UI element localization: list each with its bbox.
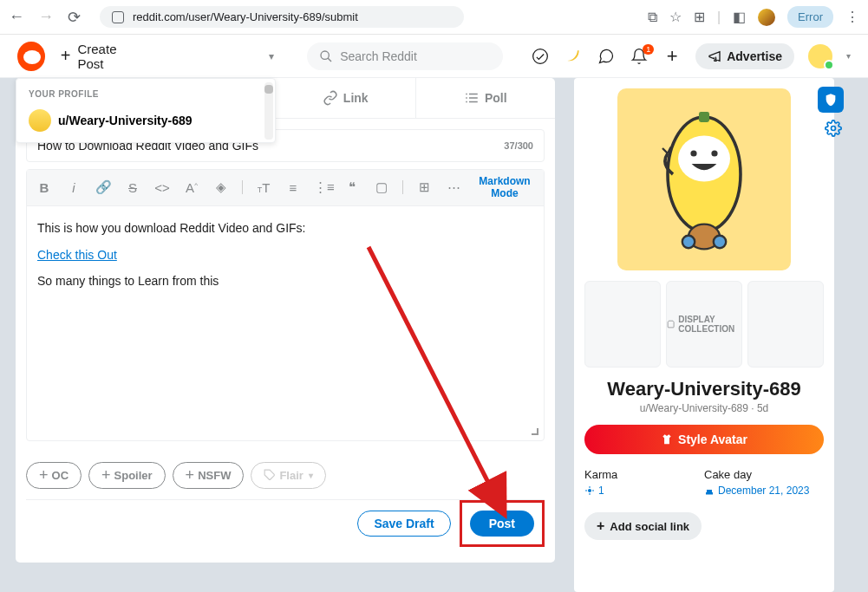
tab-poll[interactable]: Poll	[416, 78, 556, 118]
browser-chrome: ← → ⟳ reddit.com/user/Weary-University-6…	[0, 0, 868, 35]
inlinecode-button[interactable]: <>	[153, 180, 171, 195]
banana-icon[interactable]	[564, 47, 583, 66]
avatar-icon	[29, 109, 51, 132]
post-button-highlight: Post	[460, 500, 545, 547]
dropdown-scrollbar[interactable]	[264, 82, 273, 140]
search-placeholder: Search Reddit	[340, 49, 417, 63]
create-post-nav[interactable]: + Create Post	[61, 42, 140, 71]
address-bar[interactable]: reddit.com/user/Weary-University-689/sub…	[100, 6, 464, 28]
error-badge[interactable]: Error	[787, 6, 833, 28]
svg-point-17	[588, 489, 591, 492]
body-link[interactable]: Check this Out	[37, 248, 117, 262]
search-input[interactable]: Search Reddit	[307, 42, 503, 70]
collection-slot[interactable]	[584, 281, 661, 368]
more-button[interactable]: ⋯	[445, 179, 462, 195]
karma-value: 1	[584, 485, 704, 497]
reddit-header: + Create Post ▾ Search Reddit 1 + Advert…	[0, 35, 868, 78]
install-icon[interactable]: ⧉	[648, 10, 657, 25]
bullet-list-button[interactable]: ≡	[284, 180, 302, 195]
collection-row: DISPLAY COLLECTION	[584, 281, 824, 368]
back-button[interactable]: ←	[9, 8, 24, 26]
editor: B i 🔗 S <> A^ ◈ TT ≡ ⋮≡ ❝ ▢ ⊞	[26, 169, 545, 441]
editor-toolbar: B i 🔗 S <> A^ ◈ TT ≡ ⋮≡ ❝ ▢ ⊞	[27, 170, 544, 206]
dropdown-section-label: YOUR PROFILE	[22, 84, 270, 104]
nsfw-tag-button[interactable]: +NSFW	[173, 462, 245, 489]
cake-icon	[704, 485, 715, 496]
title-counter: 37/300	[504, 140, 533, 151]
username-handle: u/Weary-University-689 · 5d	[640, 402, 769, 414]
table-button[interactable]: ⊞	[415, 179, 433, 195]
display-collection-button[interactable]: DISPLAY COLLECTION	[666, 281, 742, 368]
notification-icon[interactable]: 1	[630, 47, 649, 66]
resize-handle[interactable]	[532, 428, 540, 437]
chat-icon[interactable]	[597, 47, 616, 66]
svg-point-10	[678, 136, 730, 182]
markdown-toggle[interactable]: Markdown Mode	[474, 175, 535, 200]
advertise-button[interactable]: Advertise	[695, 43, 794, 69]
link-icon	[323, 90, 338, 106]
spoiler-button[interactable]: ◈	[212, 179, 230, 195]
svg-point-12	[711, 150, 717, 156]
svg-point-2	[533, 49, 548, 63]
cakeday-value: December 21, 2023	[704, 485, 824, 497]
number-list-button[interactable]: ⋮≡	[314, 179, 331, 195]
browser-nav: ← → ⟳	[9, 8, 81, 27]
notif-count: 1	[643, 44, 654, 55]
site-info-icon[interactable]	[112, 11, 124, 23]
body-line-1: This is how you download Reddit Video an…	[37, 215, 533, 242]
dropdown-item-profile[interactable]: u/Weary-University-689	[22, 104, 270, 137]
link-button[interactable]: 🔗	[95, 179, 112, 195]
search-icon	[319, 49, 333, 63]
karma-icon	[584, 485, 595, 496]
bold-button[interactable]: B	[36, 180, 53, 195]
profile-avatar[interactable]	[758, 9, 775, 26]
settings-button[interactable]	[825, 120, 842, 141]
popular-icon[interactable]	[531, 47, 550, 66]
shirt-icon	[661, 433, 673, 446]
post-button[interactable]: Post	[470, 511, 534, 537]
strike-button[interactable]: S	[124, 180, 141, 195]
plus-icon: +	[61, 46, 71, 66]
svg-point-16	[714, 236, 726, 248]
flair-button[interactable]: Flair ▾	[251, 462, 325, 489]
add-social-link-button[interactable]: + Add social link	[584, 512, 702, 540]
save-draft-button[interactable]: Save Draft	[357, 511, 450, 537]
menu-icon[interactable]: ⋮	[845, 9, 859, 25]
codeblock-button[interactable]: ▢	[373, 179, 390, 195]
bookmark-icon[interactable]: ☆	[669, 9, 682, 25]
editor-body[interactable]: This is how you download Reddit Video an…	[27, 206, 544, 440]
cakeday-label: Cake day	[704, 468, 824, 481]
oc-tag-button[interactable]: +OC	[26, 462, 82, 489]
community-dropdown[interactable]: YOUR PROFILE u/Weary-University-689	[16, 78, 276, 143]
sidepanel-icon[interactable]: ◧	[733, 9, 746, 25]
forward-button[interactable]: →	[38, 8, 54, 26]
create-icon[interactable]: +	[662, 47, 682, 66]
plus-icon: +	[597, 518, 604, 534]
user-menu-chevron[interactable]: ▾	[846, 51, 851, 61]
svg-point-18	[832, 127, 836, 131]
action-buttons: Save Draft Post	[16, 500, 555, 563]
collection-slot[interactable]	[747, 281, 824, 368]
tab-link[interactable]: Link	[276, 78, 416, 118]
avatar-card	[617, 88, 791, 270]
chevron-down-icon[interactable]: ▾	[269, 50, 274, 62]
gear-icon	[825, 120, 842, 137]
heading-button[interactable]: TT	[255, 180, 272, 195]
banana-avatar-icon	[639, 101, 769, 257]
svg-point-11	[690, 150, 696, 156]
username-display: Weary-University-689	[607, 378, 800, 400]
italic-button[interactable]: i	[65, 180, 82, 195]
superscript-button[interactable]: A^	[183, 180, 200, 195]
extensions-icon[interactable]: ⊞	[694, 9, 705, 25]
mod-shield-button[interactable]	[818, 87, 844, 113]
user-avatar[interactable]	[808, 44, 832, 68]
spoiler-tag-button[interactable]: +Spoiler	[88, 462, 166, 489]
url-text: reddit.com/user/Weary-University-689/sub…	[133, 10, 358, 23]
flair-row: +OC +Spoiler +NSFW Flair ▾	[16, 452, 555, 499]
quote-button[interactable]: ❝	[343, 179, 361, 195]
reddit-logo[interactable]	[17, 42, 45, 71]
style-avatar-button[interactable]: Style Avatar	[584, 425, 824, 454]
create-post-label: Create Post	[77, 42, 140, 71]
reload-button[interactable]: ⟳	[68, 8, 81, 27]
poll-icon	[464, 90, 480, 106]
